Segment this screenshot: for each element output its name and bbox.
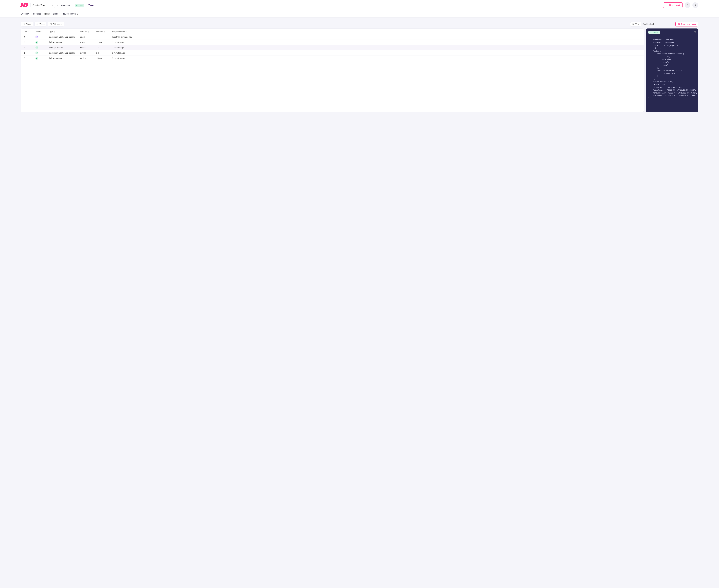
- tab-tasks[interactable]: Tasks: [44, 11, 50, 17]
- tab-billing[interactable]: Billing: [53, 11, 58, 17]
- column-header[interactable]: Status▴▾: [35, 30, 49, 33]
- copy-button[interactable]: [694, 30, 696, 33]
- svg-rect-7: [694, 31, 695, 32]
- column-header[interactable]: Enqueued date▴▾: [112, 30, 641, 33]
- status-badge: running: [75, 4, 84, 7]
- team-select[interactable]: Carolina Team: [30, 3, 55, 8]
- view-button[interactable]: View: [630, 22, 641, 26]
- table-row[interactable]: 2settings updatemovies1 s1 minute ago: [21, 45, 644, 50]
- column-header[interactable]: Uid▴▾: [24, 30, 35, 33]
- svg-rect-3: [50, 23, 51, 25]
- tab-overview[interactable]: Overview: [21, 11, 29, 17]
- notifications-button[interactable]: [685, 2, 691, 8]
- svg-point-0: [695, 4, 696, 5]
- succeeded-status-icon: [35, 51, 38, 55]
- column-header[interactable]: Duration▴▾: [96, 30, 112, 33]
- plus-circle-icon: [23, 23, 25, 25]
- user-icon: [694, 4, 697, 6]
- column-header[interactable]: Type▴▾: [49, 30, 80, 33]
- processing-status-icon: [35, 36, 38, 38]
- plus-circle-icon: [36, 23, 38, 25]
- show-new-tasks-button[interactable]: Show new tasks: [675, 22, 698, 26]
- task-detail-panel: Succeeded { "indexUid": "movies", "statu…: [646, 28, 698, 112]
- plus-icon: [666, 4, 668, 6]
- table-row[interactable]: 0index creationmovies15 ms3 minutes ago: [21, 56, 644, 61]
- calendar-icon: [50, 23, 52, 25]
- succeeded-status-icon: [35, 46, 38, 49]
- breadcrumb-current: Tasks: [88, 4, 94, 6]
- external-link-icon: [77, 13, 78, 15]
- sliders-icon: [632, 23, 634, 25]
- column-header[interactable]: Index uid▴▾: [80, 30, 96, 33]
- sort-icon: ▴▾: [54, 30, 55, 33]
- tab-nav: OverviewIndex listTasksBillingPreview se…: [21, 10, 698, 17]
- filter-status-button[interactable]: Status: [21, 22, 33, 26]
- table-row[interactable]: 3index creationactors11 ms1 minute ago: [21, 40, 644, 45]
- sort-icon: ▴▾: [42, 30, 42, 33]
- succeeded-status-icon: [35, 41, 38, 44]
- sort-icon: ▴▾: [126, 30, 127, 33]
- bell-icon: [686, 4, 689, 6]
- detail-status-badge: Succeeded: [649, 31, 660, 34]
- filter-date-button[interactable]: Pick a date: [48, 22, 64, 26]
- tab-index-list[interactable]: Index list: [33, 11, 41, 17]
- task-json: { "indexUid": "movies", "status": "succe…: [649, 36, 696, 100]
- svg-point-4: [633, 23, 633, 24]
- team-name: Carolina Team: [33, 4, 45, 6]
- logo[interactable]: [21, 3, 28, 7]
- table-row[interactable]: 4document addition or updateactorsless t…: [21, 34, 644, 40]
- breadcrumb-project[interactable]: movies-demo: [60, 4, 72, 6]
- total-tasks-label: Total tasks: 5: [643, 23, 654, 25]
- tab-preview-search[interactable]: Preview search: [62, 11, 79, 17]
- sort-icon: ▴▾: [28, 30, 28, 33]
- breadcrumb-sep: /: [86, 4, 86, 6]
- profile-button[interactable]: [692, 2, 698, 8]
- chevron-down-icon: [51, 4, 53, 6]
- copy-icon: [694, 30, 696, 33]
- succeeded-status-icon: [35, 57, 38, 60]
- tasks-table: Uid▴▾Status▴▾Type▴▾Index uid▴▾Duration▴▾…: [21, 28, 644, 112]
- table-row[interactable]: 1document addition or updatemovies2 s3 m…: [21, 50, 644, 56]
- sort-icon: ▴▾: [104, 30, 105, 33]
- svg-rect-6: [695, 31, 696, 33]
- breadcrumb-sep: /: [57, 4, 58, 6]
- svg-point-5: [633, 24, 634, 25]
- filter-types-button[interactable]: Types: [35, 22, 46, 26]
- refresh-icon: [678, 23, 680, 25]
- new-project-button[interactable]: New project: [663, 2, 683, 8]
- sort-icon: ▴▾: [88, 30, 89, 33]
